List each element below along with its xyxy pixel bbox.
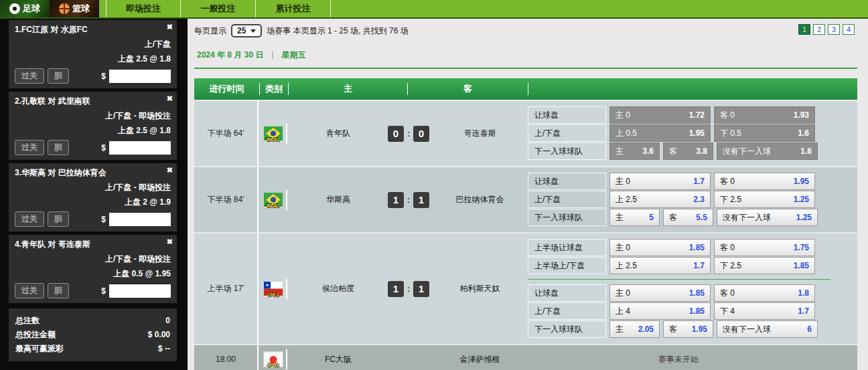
odds-cell[interactable]: 上 2.52.3 bbox=[609, 191, 711, 208]
pagination-page-3[interactable]: 3 bbox=[828, 24, 840, 35]
weekday-text: 星期五 bbox=[282, 50, 306, 61]
odds-cell[interactable]: 主3.6 bbox=[609, 143, 660, 160]
odds-cell[interactable]: 主 01.85 bbox=[609, 239, 711, 256]
tab-general-betting[interactable]: 一般投注 bbox=[181, 0, 256, 17]
stake-input[interactable] bbox=[109, 70, 171, 83]
divider bbox=[286, 279, 287, 299]
away-team: 金泽萨维根 bbox=[432, 354, 528, 365]
parlay-button[interactable]: 过关 bbox=[15, 68, 44, 84]
market-label: 下一入球球队 bbox=[528, 143, 606, 160]
banker-button[interactable]: 胆 bbox=[48, 68, 69, 84]
market-label: 让球盘 bbox=[528, 173, 606, 190]
flag-code: CHL1 bbox=[267, 292, 279, 297]
score-separator: : bbox=[407, 129, 410, 138]
currency-label: $ bbox=[101, 143, 106, 153]
odds-cell[interactable]: 主 01.72 bbox=[609, 106, 711, 124]
close-icon[interactable]: ✖ bbox=[167, 23, 173, 31]
odds-cell[interactable]: 下 0.51.6 bbox=[714, 124, 815, 142]
tab-parlay-betting[interactable]: 累计投注 bbox=[256, 0, 331, 17]
odds-cell[interactable]: 没有下一入球1.6 bbox=[717, 143, 818, 160]
banker-button[interactable]: 胆 bbox=[48, 211, 69, 227]
divider bbox=[194, 68, 857, 69]
total-bets-label: 总注数 bbox=[15, 314, 40, 328]
pagination: 1 2 3 4 bbox=[798, 24, 855, 35]
bet-card-3: ✖ 3.华斯高 对 巴拉纳体育会 上/下盘 - 即场投注 上盘 2 @ 1.9 … bbox=[9, 163, 177, 232]
odds-cell[interactable]: 上 41.85 bbox=[609, 302, 711, 320]
parlay-button[interactable]: 过关 bbox=[15, 211, 44, 227]
market-label: 让球盘 bbox=[528, 106, 606, 124]
parlay-button[interactable]: 过关 bbox=[15, 140, 44, 155]
odds-cell[interactable]: 客1.95 bbox=[663, 320, 713, 338]
bet-title: 1.FC江原 对 水原FC bbox=[15, 24, 171, 35]
betslip-summary: 总注数 0 总投注金额 $ 0.00 最高可赢派彩 $ -- bbox=[9, 308, 177, 361]
pagination-page-2[interactable]: 2 bbox=[813, 24, 825, 35]
away-score: 1 bbox=[413, 281, 429, 297]
parlay-button[interactable]: 过关 bbox=[15, 283, 44, 298]
odds-cell[interactable]: 上 0.51.95 bbox=[609, 124, 711, 142]
score-separator: : bbox=[407, 195, 410, 205]
main-content: 每页显示 25 场赛事 本页显示 1 - 25 场, 共找到 76 场 1 2 … bbox=[188, 19, 868, 370]
stake-input[interactable] bbox=[109, 213, 171, 226]
tab-inplay-betting[interactable]: 即场投注 bbox=[106, 0, 181, 17]
pagination-page-4[interactable]: 4 bbox=[843, 24, 855, 35]
odds-cell[interactable]: 上 2.51.7 bbox=[609, 257, 711, 274]
tab-basketball-label: 篮球 bbox=[72, 3, 90, 15]
bet-card-1: ✖ 1.FC江原 对 水原FC 上/下盘 上盘 2.5 @ 1.8 过关 胆 $ bbox=[9, 20, 177, 88]
currency-label: $ bbox=[101, 215, 106, 224]
home-team: 华斯高 bbox=[291, 194, 385, 205]
divider bbox=[528, 279, 830, 280]
header-home: 主 bbox=[289, 83, 407, 95]
match-time: 18:00 bbox=[194, 345, 259, 370]
flag-code: JPN3 bbox=[267, 363, 279, 367]
odds-cell[interactable]: 主 01.7 bbox=[609, 173, 711, 190]
market-label: 上半场让球盘 bbox=[528, 239, 606, 256]
odds-cell[interactable]: 下 2.51.25 bbox=[714, 191, 815, 208]
odds-cell[interactable]: 没有下一入球6 bbox=[717, 320, 818, 338]
odds-cell[interactable]: 下 2.51.85 bbox=[714, 257, 815, 274]
close-icon[interactable]: ✖ bbox=[167, 238, 173, 246]
nav-menu: 即场投注 一般投注 累计投注 bbox=[106, 0, 331, 17]
tab-basketball[interactable]: 篮球 bbox=[50, 0, 99, 17]
odds-cell[interactable]: 客 01.95 bbox=[714, 173, 815, 190]
odds-cell[interactable]: 客5.5 bbox=[663, 209, 713, 226]
results-toolbar: 每页显示 25 场赛事 本页显示 1 - 25 场, 共找到 76 场 1 2 … bbox=[194, 23, 857, 38]
odds-cell[interactable]: 客 01.8 bbox=[714, 284, 815, 302]
odds-cell[interactable]: 没有下一入球1.25 bbox=[717, 209, 818, 226]
odds-cell[interactable]: 客3.8 bbox=[663, 143, 713, 160]
banker-button[interactable]: 胆 bbox=[48, 140, 69, 155]
away-score: 1 bbox=[413, 192, 429, 208]
stake-input[interactable] bbox=[109, 284, 171, 298]
stake-input[interactable] bbox=[109, 141, 171, 155]
odds-cell[interactable]: 主5 bbox=[609, 209, 660, 226]
bet-card-2: ✖ 2.孔敬联 对 武里南联 上/下盘 - 即场投注 上盘 2.5 @ 1.8 … bbox=[9, 92, 177, 160]
away-score: 0 bbox=[413, 126, 429, 142]
tab-football[interactable]: 足球 bbox=[0, 0, 50, 17]
odds-cell[interactable]: 下 41.7 bbox=[714, 302, 815, 320]
odds-cell[interactable]: 主 01.85 bbox=[609, 284, 711, 302]
close-icon[interactable]: ✖ bbox=[167, 167, 173, 174]
home-team: 青年队 bbox=[291, 128, 385, 139]
caret-down-icon bbox=[250, 29, 256, 33]
bet-title: 3.华斯高 对 巴拉纳体育会 bbox=[15, 167, 171, 179]
away-team: 哥连泰斯 bbox=[432, 128, 528, 139]
brazil-flag-icon: BRAC bbox=[263, 126, 283, 142]
header-category: 类别 bbox=[260, 83, 288, 95]
odds-cell[interactable]: 客 01.93 bbox=[714, 106, 815, 124]
close-icon[interactable]: ✖ bbox=[167, 95, 173, 102]
per-page-label: 每页显示 bbox=[194, 25, 226, 37]
match-time: 上半场 17' bbox=[194, 234, 259, 344]
odds-cell[interactable]: 主2.05 bbox=[609, 320, 660, 338]
banker-button[interactable]: 胆 bbox=[48, 283, 69, 298]
total-bets-value: 0 bbox=[165, 314, 170, 328]
currency-label: $ bbox=[101, 286, 106, 296]
bet-selection: 上盘 0.5 @ 1.95 bbox=[15, 268, 171, 280]
odds-cell[interactable]: 客 01.75 bbox=[714, 239, 815, 256]
market-label: 让球盘 bbox=[528, 284, 606, 302]
divider bbox=[528, 83, 528, 95]
date-text: 2024 年 8 月 30 日 bbox=[197, 50, 263, 61]
per-page-select[interactable]: 25 bbox=[231, 24, 262, 37]
results-text: 场赛事 本页显示 1 - 25 场, 共找到 76 场 bbox=[267, 25, 408, 37]
pagination-page-1[interactable]: 1 bbox=[798, 24, 810, 35]
date-bar: 2024 年 8 月 30 日 | 星期五 bbox=[194, 50, 857, 61]
market-label: 上/下盘 bbox=[528, 124, 606, 142]
